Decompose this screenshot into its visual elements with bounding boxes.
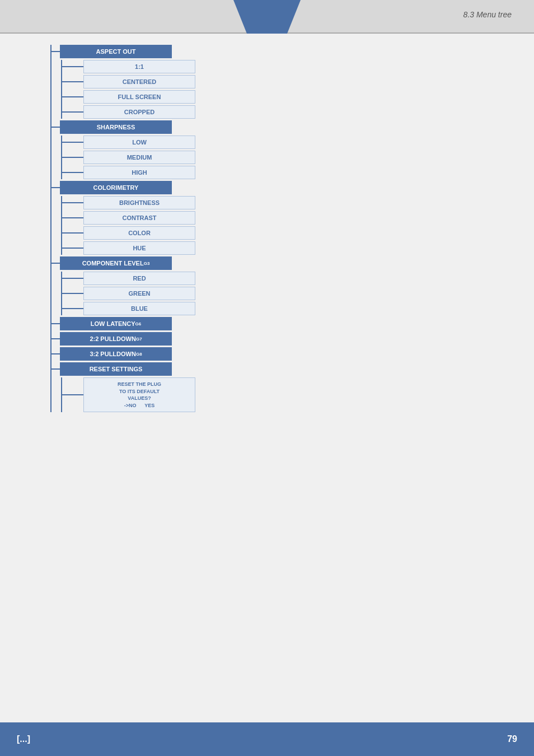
component-level-group: COMPONENT LEVELG3 RED: [51, 256, 195, 315]
box-contrast[interactable]: CONTRAST: [83, 211, 195, 225]
label-1-1: 1:1: [135, 63, 144, 70]
row-low: LOW: [62, 136, 195, 149]
connector-blue: [62, 308, 83, 309]
component-level-row: COMPONENT LEVELG3: [51, 256, 195, 270]
box-high[interactable]: HIGH: [83, 166, 195, 179]
box-full-screen[interactable]: FULL SCREEN: [83, 90, 195, 104]
label-hue: HUE: [133, 245, 146, 251]
connector-low: [62, 142, 83, 143]
box-low[interactable]: LOW: [83, 136, 195, 149]
sharpness-group: SHARPNESS LOW: [51, 120, 195, 179]
connector-component-level: [51, 263, 60, 264]
connector-full-screen: [62, 96, 83, 97]
connector-pulldown-32: [51, 353, 60, 354]
connector-high: [62, 172, 83, 173]
reset-settings-box[interactable]: RESET SETTINGS: [60, 362, 172, 376]
top-tab-decoration: [233, 0, 301, 34]
connector-aspect-out: [51, 51, 60, 52]
component-level-sub-rows: RED GREEN BLUE: [62, 272, 195, 315]
box-medium[interactable]: MEDIUM: [83, 151, 195, 164]
pulldown-22-badge: G7: [136, 337, 142, 342]
reset-settings-row: RESET SETTINGS: [51, 362, 195, 376]
reset-settings-group: RESET SETTINGS RESET THE PLUGTO ITS DEFA…: [51, 362, 195, 412]
label-high: HIGH: [132, 169, 147, 176]
label-red: RED: [133, 275, 146, 282]
connector-hue: [62, 248, 83, 249]
label-color: COLOR: [128, 230, 151, 236]
pulldown-22-box[interactable]: 2:2 PULLDOWNG7: [60, 332, 172, 346]
box-cropped[interactable]: CROPPED: [83, 105, 195, 119]
component-level-label: COMPONENT LEVEL: [82, 260, 144, 267]
top-bar: [0, 0, 534, 34]
page-number: 79: [507, 734, 517, 744]
sharpness-box[interactable]: SHARPNESS: [60, 120, 172, 134]
colorimetry-children: BRIGHTNESS CONTRAST COLOR: [61, 196, 195, 255]
sharpness-row: SHARPNESS: [51, 120, 195, 134]
label-cropped: CROPPED: [124, 109, 154, 115]
connector-reset-confirm: [62, 394, 83, 395]
colorimetry-label: COLORIMETRY: [93, 184, 139, 191]
box-color[interactable]: COLOR: [83, 226, 195, 240]
sharpness-sub-rows: LOW MEDIUM HIGH: [62, 136, 195, 179]
main-content: ASPECT OUT 1:1: [45, 39, 489, 717]
component-level-badge: G3: [144, 261, 150, 266]
pulldown-32-badge: G8: [136, 352, 142, 357]
label-full-screen: FULL SCREEN: [118, 94, 161, 100]
connector-reset-settings: [51, 368, 60, 370]
sharpness-children: LOW MEDIUM HIGH: [61, 136, 195, 179]
row-contrast: CONTRAST: [62, 211, 195, 225]
box-centered[interactable]: CENTERED: [83, 75, 195, 88]
row-green: GREEN: [62, 287, 195, 300]
sharpness-label: SHARPNESS: [97, 124, 135, 130]
box-hue[interactable]: HUE: [83, 241, 195, 255]
aspect-out-box[interactable]: ASPECT OUT: [60, 45, 172, 58]
connector-medium: [62, 157, 83, 158]
low-latency-box[interactable]: LOW LATENCYG6: [60, 317, 172, 330]
label-medium: MEDIUM: [127, 154, 152, 161]
connector-green: [62, 293, 83, 294]
connector-pulldown-22: [51, 338, 60, 339]
row-cropped: CROPPED: [62, 105, 195, 119]
low-latency-row: LOW LATENCYG6: [51, 317, 195, 330]
label-contrast: CONTRAST: [122, 214, 156, 221]
colorimetry-sub-rows: BRIGHTNESS CONTRAST COLOR: [62, 196, 195, 255]
row-1-1: 1:1: [62, 60, 195, 73]
ellipsis-text: [...]: [17, 734, 30, 744]
component-level-box[interactable]: COMPONENT LEVELG3: [60, 256, 172, 270]
section-title: 8.3 Menu tree: [463, 10, 512, 19]
pulldown-22-row: 2:2 PULLDOWNG7: [51, 332, 195, 346]
low-latency-badge: G6: [135, 321, 142, 326]
pulldown-32-box[interactable]: 3:2 PULLDOWNG8: [60, 347, 172, 361]
row-brightness: BRIGHTNESS: [62, 196, 195, 209]
reset-confirm-text: RESET THE PLUGTO ITS DEFAULTVALUES?->NO …: [118, 381, 161, 409]
connector-sharpness: [51, 127, 60, 128]
row-full-screen: FULL SCREEN: [62, 90, 195, 104]
connector-red: [62, 278, 83, 279]
aspect-out-row: ASPECT OUT: [51, 45, 195, 58]
aspect-out-children: 1:1 CENTERED FULL SCREEN: [61, 60, 195, 119]
connector-color: [62, 232, 83, 234]
box-green[interactable]: GREEN: [83, 287, 195, 300]
reset-settings-sub-rows: RESET THE PLUGTO ITS DEFAULTVALUES?->NO …: [62, 377, 195, 412]
box-reset-confirm[interactable]: RESET THE PLUGTO ITS DEFAULTVALUES?->NO …: [83, 377, 195, 412]
connector-colorimetry: [51, 187, 60, 188]
row-color: COLOR: [62, 226, 195, 240]
aspect-out-group: ASPECT OUT 1:1: [51, 45, 195, 119]
colorimetry-group: COLORIMETRY BRIGHTNESS: [51, 181, 195, 255]
pulldown-22-label: 2:2 PULLDOWN: [90, 335, 136, 342]
label-centered: CENTERED: [123, 78, 157, 85]
connector-low-latency: [51, 323, 60, 324]
connector-centered: [62, 81, 83, 82]
box-blue[interactable]: BLUE: [83, 302, 195, 315]
component-level-children: RED GREEN BLUE: [61, 272, 195, 315]
colorimetry-box[interactable]: COLORIMETRY: [60, 181, 172, 194]
reset-settings-label: RESET SETTINGS: [90, 366, 143, 372]
bottom-bar: [...] 79: [0, 722, 534, 756]
tree-rows: ASPECT OUT 1:1: [51, 45, 195, 412]
row-medium: MEDIUM: [62, 151, 195, 164]
box-brightness[interactable]: BRIGHTNESS: [83, 196, 195, 209]
aspect-out-label: ASPECT OUT: [96, 48, 136, 55]
aspect-out-sub-rows: 1:1 CENTERED FULL SCREEN: [62, 60, 195, 119]
box-1-1[interactable]: 1:1: [83, 60, 195, 73]
box-red[interactable]: RED: [83, 272, 195, 285]
